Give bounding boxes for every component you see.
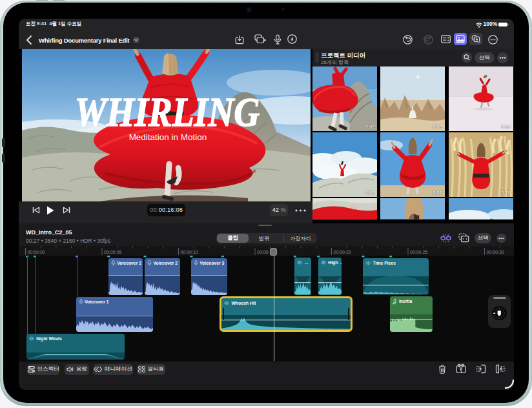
svg-text:00:00:05: 00:00:05 [104, 249, 121, 254]
svg-text:Meditation in Motion: Meditation in Motion [128, 132, 207, 142]
svg-text:00:00:00: 00:00:00 [28, 249, 45, 254]
svg-text:WHIRLING: WHIRLING [74, 90, 260, 135]
svg-text:00:00:25: 00:00:25 [410, 249, 427, 254]
svg-text:00:00:30: 00:00:30 [487, 249, 504, 254]
svg-text:00:00:10: 00:00:10 [181, 249, 198, 254]
svg-text:00:00:20: 00:00:20 [334, 249, 351, 254]
